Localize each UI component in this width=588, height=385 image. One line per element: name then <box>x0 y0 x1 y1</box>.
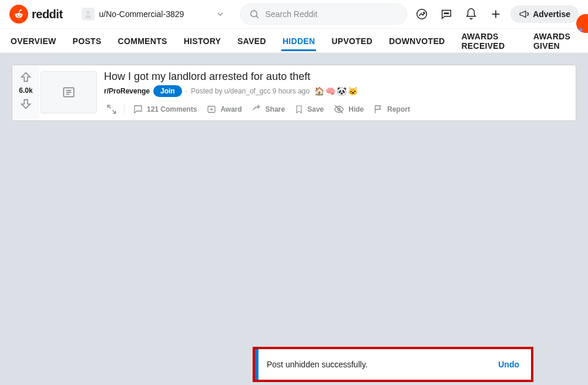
vote-column: 6.0k <box>12 65 39 120</box>
chevron-down-icon <box>216 9 225 19</box>
advertise-label: Advertise <box>533 9 570 19</box>
advertise-button[interactable]: Advertise <box>510 5 579 23</box>
search-bar[interactable] <box>240 4 408 25</box>
award-badge[interactable]: 🐼 <box>337 86 347 96</box>
award-action[interactable]: Award <box>203 102 245 117</box>
svg-point-7 <box>86 11 89 14</box>
post-awards[interactable]: 🏠🧠🐼🐱 <box>313 86 358 96</box>
post-author[interactable]: u/dean_of_gcc <box>224 87 271 95</box>
save-action[interactable]: Save <box>291 102 327 117</box>
vote-score: 6.0k <box>19 86 32 95</box>
tab-hidden[interactable]: HIDDEN <box>281 30 316 51</box>
svg-point-6 <box>20 9 22 11</box>
hide-action[interactable]: Hide <box>330 102 367 117</box>
tab-awards-given[interactable]: AWARDS GIVEN <box>532 25 579 56</box>
tab-awards-received[interactable]: AWARDS RECEIVED <box>460 25 518 56</box>
upvote-button[interactable] <box>19 70 33 84</box>
svg-point-3 <box>17 15 18 16</box>
toast-notification: Post unhidden successfully. Undo <box>253 347 533 382</box>
logo[interactable]: reddit <box>9 5 63 24</box>
create-post-icon[interactable] <box>486 4 506 24</box>
search-icon <box>249 9 260 19</box>
svg-point-11 <box>445 13 446 14</box>
downvote-button[interactable] <box>19 97 33 111</box>
notifications-icon[interactable] <box>461 4 481 24</box>
tab-downvoted[interactable]: DOWNVOTED <box>388 30 446 51</box>
posted-by-label: Posted by u/dean_of_gcc 9 hours ago <box>191 87 310 95</box>
tab-posts[interactable]: POSTS <box>72 30 103 51</box>
content-area: 6.0k How I got my landlord arrested for … <box>0 53 588 133</box>
megaphone-icon <box>519 9 529 19</box>
award-badge[interactable]: 🏠 <box>314 86 324 96</box>
profile-tabs: OVERVIEWPOSTSCOMMENTSHISTORYSAVEDHIDDENU… <box>0 29 588 53</box>
post-card[interactable]: 6.0k How I got my landlord arrested for … <box>12 65 576 121</box>
post-thumbnail[interactable] <box>41 71 97 113</box>
popular-icon[interactable] <box>412 4 432 24</box>
svg-point-13 <box>448 13 449 14</box>
share-action[interactable]: Share <box>248 102 288 117</box>
profile-avatar-icon <box>82 8 95 21</box>
svg-line-5 <box>19 10 21 12</box>
action-separator <box>124 104 125 115</box>
search-input[interactable] <box>264 9 399 19</box>
meta-separator: · <box>186 87 187 95</box>
profile-nav-dropdown[interactable]: u/No-Commercial-3829 <box>77 5 230 23</box>
post-meta: r/ProRevenge Join · Posted by u/dean_of_… <box>104 85 570 97</box>
report-action[interactable]: Report <box>369 102 414 117</box>
tab-saved[interactable]: SAVED <box>236 30 267 51</box>
post-actions: 121 Comments Award Share Save Hide <box>104 102 570 117</box>
svg-point-12 <box>446 13 447 14</box>
join-button[interactable]: Join <box>153 85 182 97</box>
tab-overview[interactable]: OVERVIEW <box>9 30 58 51</box>
post-time: 9 hours ago <box>273 87 310 95</box>
post-body: How I got my landlord arrested for auto … <box>102 65 576 120</box>
tab-history[interactable]: HISTORY <box>183 30 223 51</box>
svg-point-4 <box>19 15 21 16</box>
reddit-wordmark: reddit <box>32 8 63 21</box>
svg-line-9 <box>256 16 258 18</box>
svg-line-21 <box>113 111 116 113</box>
svg-line-20 <box>107 105 110 108</box>
toast-message: Post unhidden successfully. <box>267 360 498 369</box>
comments-action[interactable]: 121 Comments <box>129 102 200 117</box>
header: reddit u/No-Commercial-3829 <box>0 0 588 29</box>
award-badge[interactable]: 🧠 <box>325 86 335 96</box>
tab-comments[interactable]: COMMENTS <box>117 30 169 51</box>
chat-icon[interactable] <box>436 4 456 24</box>
toast-undo-button[interactable]: Undo <box>498 360 519 369</box>
expand-icon[interactable] <box>104 102 119 117</box>
award-badge[interactable]: 🐱 <box>348 86 358 96</box>
post-title[interactable]: How I got my landlord arrested for auto … <box>104 70 570 83</box>
reddit-logo-icon <box>9 5 28 24</box>
profile-nav-username: u/No-Commercial-3829 <box>99 9 184 19</box>
svg-point-8 <box>251 11 257 17</box>
toast-accent <box>255 349 258 380</box>
sparkle-icon: ✦ <box>577 25 584 35</box>
post-subreddit[interactable]: r/ProRevenge <box>104 87 150 95</box>
tab-upvoted[interactable]: UPVOTED <box>330 30 374 51</box>
